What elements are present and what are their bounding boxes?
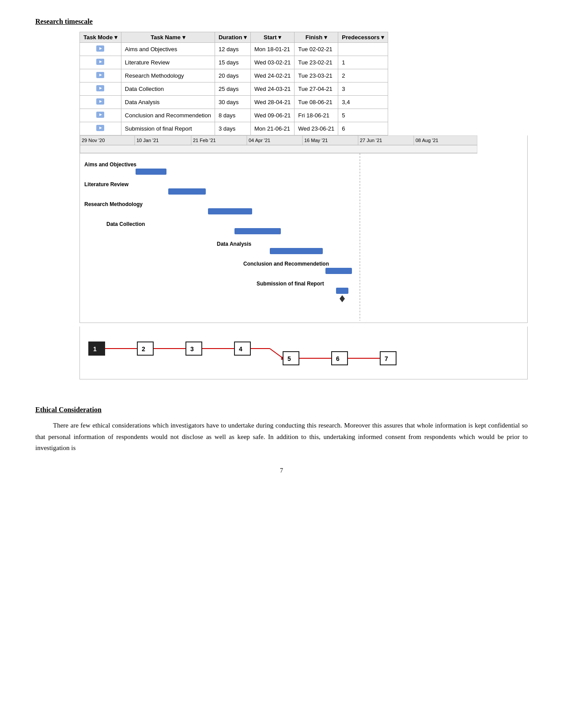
task-name-cell: Submission of final Report xyxy=(121,122,215,135)
svg-text:5: 5 xyxy=(287,355,291,362)
col-header-predecessors[interactable]: Predecessors ▾ xyxy=(338,32,388,43)
col-header-task-name[interactable]: Task Name ▾ xyxy=(121,32,215,43)
duration-cell: 15 days xyxy=(215,56,250,69)
col-header-start[interactable]: Start ▾ xyxy=(251,32,295,43)
task-name-cell: Aims and Objectives xyxy=(121,43,215,56)
svg-rect-32 xyxy=(136,169,166,175)
svg-rect-34 xyxy=(168,188,206,195)
svg-text:08 Aug '21: 08 Aug '21 xyxy=(416,138,438,143)
page-number: 7 xyxy=(35,467,528,474)
svg-rect-28 xyxy=(80,145,477,153)
task-mode-icon xyxy=(80,122,121,135)
col-header-task-mode[interactable]: Task Mode ▾ xyxy=(80,32,121,43)
svg-rect-38 xyxy=(234,228,281,234)
svg-text:Data Collection: Data Collection xyxy=(106,221,145,227)
svg-rect-63 xyxy=(186,342,202,355)
ethical-consideration-section: Ethical Consideration There are few ethi… xyxy=(35,406,528,454)
svg-line-50 xyxy=(270,349,283,358)
task-name-cell: Literature Review xyxy=(121,56,215,69)
task-mode-icon xyxy=(80,83,121,96)
start-cell: Wed 24-02-21 xyxy=(251,69,295,83)
predecessors-cell xyxy=(338,43,388,56)
finish-cell: Tue 27-04-21 xyxy=(295,83,338,96)
predecessors-cell: 3 xyxy=(338,83,388,96)
table-row: Data Analysis30 daysWed 28-04-21Tue 08-0… xyxy=(80,96,388,109)
svg-rect-44 xyxy=(336,288,348,294)
col-header-finish[interactable]: Finish ▾ xyxy=(295,32,338,43)
start-cell: Wed 24-03-21 xyxy=(251,83,295,96)
research-timescale-heading: Research timescale xyxy=(35,18,528,26)
table-row: Literature Review15 daysWed 03-02-21Tue … xyxy=(80,56,388,69)
predecessors-cell: 2 xyxy=(338,69,388,83)
svg-rect-42 xyxy=(325,268,352,274)
task-name-cell: Data Analysis xyxy=(121,96,215,109)
table-row: Submission of final Report3 daysMon 21-0… xyxy=(80,122,388,135)
svg-text:Research Methodology: Research Methodology xyxy=(84,201,143,207)
svg-text:Data Analysis: Data Analysis xyxy=(217,241,252,247)
gantt-chart-area: 29 Nov '20 10 Jan '21 21 Feb '21 04 Apr … xyxy=(79,135,528,323)
table-row: Aims and Objectives12 daysMon 18-01-21Tu… xyxy=(80,43,388,56)
network-diagram: 1 2 3 4 5 6 7 xyxy=(79,326,528,379)
table-row: Research Methodology20 daysWed 24-02-21T… xyxy=(80,69,388,83)
start-cell: Wed 09-06-21 xyxy=(251,109,295,122)
finish-cell: Fri 18-06-21 xyxy=(295,109,338,122)
finish-cell: Tue 23-03-21 xyxy=(295,69,338,83)
start-cell: Wed 03-02-21 xyxy=(251,56,295,69)
predecessors-cell: 1 xyxy=(338,56,388,69)
task-mode-icon xyxy=(80,56,121,69)
svg-text:Literature Review: Literature Review xyxy=(84,181,129,188)
svg-text:2: 2 xyxy=(142,345,145,353)
svg-text:04 Apr '21: 04 Apr '21 xyxy=(249,138,270,143)
svg-text:6: 6 xyxy=(336,355,340,362)
predecessors-cell: 3,4 xyxy=(338,96,388,109)
svg-rect-40 xyxy=(270,248,323,254)
ethical-consideration-heading: Ethical Consideration xyxy=(35,406,528,414)
svg-rect-67 xyxy=(283,352,299,365)
svg-text:Submission of final Report: Submission of final Report xyxy=(257,281,324,287)
svg-text:Aims and Objectives: Aims and Objectives xyxy=(84,161,136,168)
start-cell: Mon 21-06-21 xyxy=(251,122,295,135)
col-header-duration[interactable]: Duration ▾ xyxy=(215,32,250,43)
duration-cell: 20 days xyxy=(215,69,250,83)
svg-rect-61 xyxy=(137,342,153,355)
gantt-svg: 29 Nov '20 10 Jan '21 21 Feb '21 04 Apr … xyxy=(80,135,477,321)
finish-cell: Tue 08-06-21 xyxy=(295,96,338,109)
finish-cell: Wed 23-06-21 xyxy=(295,122,338,135)
task-mode-icon xyxy=(80,69,121,83)
duration-cell: 12 days xyxy=(215,43,250,56)
svg-rect-59 xyxy=(89,342,105,355)
start-cell: Mon 18-01-21 xyxy=(251,43,295,56)
task-name-cell: Conclusion and Recommendetion xyxy=(121,109,215,122)
network-svg: 1 2 3 4 5 6 7 xyxy=(80,326,477,375)
svg-text:16 May '21: 16 May '21 xyxy=(304,138,328,143)
predecessors-cell: 6 xyxy=(338,122,388,135)
svg-text:3: 3 xyxy=(190,345,194,353)
svg-rect-69 xyxy=(332,352,348,365)
table-row: Conclusion and Recommendetion8 daysWed 0… xyxy=(80,109,388,122)
task-mode-icon xyxy=(80,109,121,122)
predecessors-cell: 5 xyxy=(338,109,388,122)
svg-text:10 Jan '21: 10 Jan '21 xyxy=(136,138,159,143)
svg-text:1: 1 xyxy=(93,345,97,353)
svg-rect-71 xyxy=(380,352,396,365)
svg-text:27 Jun '21: 27 Jun '21 xyxy=(360,138,382,143)
start-cell: Wed 28-04-21 xyxy=(251,96,295,109)
svg-marker-45 xyxy=(340,295,345,302)
svg-text:29 Nov '20: 29 Nov '20 xyxy=(82,138,105,143)
task-mode-icon xyxy=(80,43,121,56)
svg-rect-65 xyxy=(234,342,250,355)
task-mode-icon xyxy=(80,96,121,109)
svg-text:Conclusion and Recommendetion: Conclusion and Recommendetion xyxy=(243,261,329,267)
svg-text:7: 7 xyxy=(385,355,388,362)
task-name-cell: Data Collection xyxy=(121,83,215,96)
svg-text:21 Feb '21: 21 Feb '21 xyxy=(193,138,216,143)
duration-cell: 8 days xyxy=(215,109,250,122)
duration-cell: 25 days xyxy=(215,83,250,96)
finish-cell: Tue 02-02-21 xyxy=(295,43,338,56)
task-name-cell: Research Methodology xyxy=(121,69,215,83)
gantt-table: Task Mode ▾ Task Name ▾ Duration ▾ Start… xyxy=(79,32,388,135)
finish-cell: Tue 23-02-21 xyxy=(295,56,338,69)
ethical-consideration-text: There are few ethical considerations whi… xyxy=(35,420,528,454)
svg-text:4: 4 xyxy=(239,345,242,353)
duration-cell: 30 days xyxy=(215,96,250,109)
